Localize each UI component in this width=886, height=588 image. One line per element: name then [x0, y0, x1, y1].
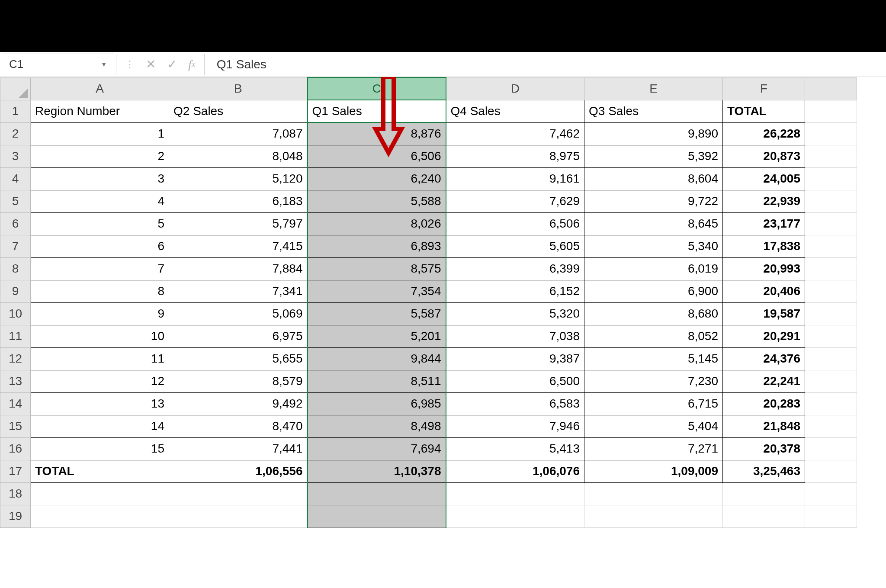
cell-B15[interactable]: 8,470	[169, 415, 308, 437]
cell-G19[interactable]	[805, 505, 857, 527]
row-header-10[interactable]: 10	[0, 302, 31, 325]
cell-C19[interactable]	[308, 505, 446, 527]
cell-A17[interactable]: TOTAL	[31, 460, 169, 482]
cell-F1[interactable]: TOTAL	[723, 100, 805, 122]
cell-D5[interactable]: 7,629	[446, 190, 584, 212]
cell-A15[interactable]: 14	[31, 415, 169, 437]
cell-F5[interactable]: 22,939	[723, 190, 805, 212]
cell-C1[interactable]: Q1 Sales	[308, 100, 446, 122]
cell-C4[interactable]: 6,240	[308, 167, 446, 190]
row-header-6[interactable]: 6	[0, 212, 31, 235]
cell-A11[interactable]: 10	[31, 325, 169, 347]
cell-E18[interactable]	[584, 482, 723, 505]
cell-D4[interactable]: 9,161	[446, 167, 584, 190]
cell-G11[interactable]	[805, 325, 857, 347]
cell-B18[interactable]	[169, 482, 308, 505]
cell-C11[interactable]: 5,201	[308, 325, 446, 347]
row-header-7[interactable]: 7	[0, 235, 31, 257]
cell-A8[interactable]: 7	[31, 257, 169, 280]
cell-B5[interactable]: 6,183	[169, 190, 308, 212]
cell-E4[interactable]: 8,604	[584, 167, 723, 190]
cell-D10[interactable]: 5,320	[446, 302, 584, 325]
cell-F4[interactable]: 24,005	[723, 167, 805, 190]
cell-E17[interactable]: 1,09,009	[584, 460, 723, 482]
row-header-11[interactable]: 11	[0, 325, 31, 347]
cell-G8[interactable]	[805, 257, 857, 280]
cell-D18[interactable]	[446, 482, 584, 505]
cell-E3[interactable]: 5,392	[584, 145, 723, 167]
column-header-F[interactable]: F	[723, 77, 805, 100]
row-header-1[interactable]: 1	[0, 100, 31, 122]
row-header-16[interactable]: 16	[0, 437, 31, 460]
cell-B4[interactable]: 5,120	[169, 167, 308, 190]
column-header-C[interactable]: C	[308, 77, 446, 100]
cell-E14[interactable]: 6,715	[584, 392, 723, 415]
cell-D13[interactable]: 6,500	[446, 370, 584, 392]
cell-C6[interactable]: 8,026	[308, 212, 446, 235]
cell-A1[interactable]: Region Number	[31, 100, 169, 122]
cell-C7[interactable]: 6,893	[308, 235, 446, 257]
cell-A9[interactable]: 8	[31, 280, 169, 302]
row-header-15[interactable]: 15	[0, 415, 31, 437]
column-header-B[interactable]: B	[169, 77, 308, 100]
cell-B11[interactable]: 6,975	[169, 325, 308, 347]
column-header-E[interactable]: E	[584, 77, 723, 100]
select-all-cell[interactable]	[0, 77, 31, 100]
cell-A6[interactable]: 5	[31, 212, 169, 235]
cell-E8[interactable]: 6,019	[584, 257, 723, 280]
cell-D8[interactable]: 6,399	[446, 257, 584, 280]
cell-A14[interactable]: 13	[31, 392, 169, 415]
cell-F2[interactable]: 26,228	[723, 122, 805, 145]
row-header-4[interactable]: 4	[0, 167, 31, 190]
formula-input[interactable]: Q1 Sales	[205, 54, 886, 75]
cell-E6[interactable]: 8,645	[584, 212, 723, 235]
cell-B12[interactable]: 5,655	[169, 347, 308, 370]
cell-D19[interactable]	[446, 505, 584, 527]
cell-F10[interactable]: 19,587	[723, 302, 805, 325]
cell-G5[interactable]	[805, 190, 857, 212]
cell-B16[interactable]: 7,441	[169, 437, 308, 460]
row-header-13[interactable]: 13	[0, 370, 31, 392]
column-header-A[interactable]: A	[31, 77, 169, 100]
cell-D1[interactable]: Q4 Sales	[446, 100, 584, 122]
cell-F3[interactable]: 20,873	[723, 145, 805, 167]
cell-B3[interactable]: 8,048	[169, 145, 308, 167]
cell-A18[interactable]	[31, 482, 169, 505]
row-header-14[interactable]: 14	[0, 392, 31, 415]
cell-G7[interactable]	[805, 235, 857, 257]
cell-G1[interactable]	[805, 100, 857, 122]
cell-C16[interactable]: 7,694	[308, 437, 446, 460]
cell-F8[interactable]: 20,993	[723, 257, 805, 280]
cell-C5[interactable]: 5,588	[308, 190, 446, 212]
cell-B2[interactable]: 7,087	[169, 122, 308, 145]
cell-E7[interactable]: 5,340	[584, 235, 723, 257]
cell-G10[interactable]	[805, 302, 857, 325]
cell-B6[interactable]: 5,797	[169, 212, 308, 235]
cell-G16[interactable]	[805, 437, 857, 460]
cell-A2[interactable]: 1	[31, 122, 169, 145]
cell-B14[interactable]: 9,492	[169, 392, 308, 415]
cell-F9[interactable]: 20,406	[723, 280, 805, 302]
name-box[interactable]: C1 ▼	[2, 54, 114, 75]
cell-E19[interactable]	[584, 505, 723, 527]
cell-C10[interactable]: 5,587	[308, 302, 446, 325]
cell-G12[interactable]	[805, 347, 857, 370]
row-header-2[interactable]: 2	[0, 122, 31, 145]
cell-A12[interactable]: 11	[31, 347, 169, 370]
cell-A10[interactable]: 9	[31, 302, 169, 325]
cell-F16[interactable]: 20,378	[723, 437, 805, 460]
spreadsheet-grid[interactable]: A B C D E F 1Region NumberQ2 SalesQ1 Sal…	[0, 77, 857, 528]
cell-G15[interactable]	[805, 415, 857, 437]
cell-C3[interactable]: 6,506	[308, 145, 446, 167]
cell-E9[interactable]: 6,900	[584, 280, 723, 302]
cell-C15[interactable]: 8,498	[308, 415, 446, 437]
cell-B1[interactable]: Q2 Sales	[169, 100, 308, 122]
cell-F7[interactable]: 17,838	[723, 235, 805, 257]
formula-dropdown-dots-icon[interactable]: ⋮	[125, 59, 135, 70]
cell-E5[interactable]: 9,722	[584, 190, 723, 212]
cell-C13[interactable]: 8,511	[308, 370, 446, 392]
cell-D2[interactable]: 7,462	[446, 122, 584, 145]
cell-D6[interactable]: 6,506	[446, 212, 584, 235]
cell-C2[interactable]: 8,876	[308, 122, 446, 145]
cell-B8[interactable]: 7,884	[169, 257, 308, 280]
